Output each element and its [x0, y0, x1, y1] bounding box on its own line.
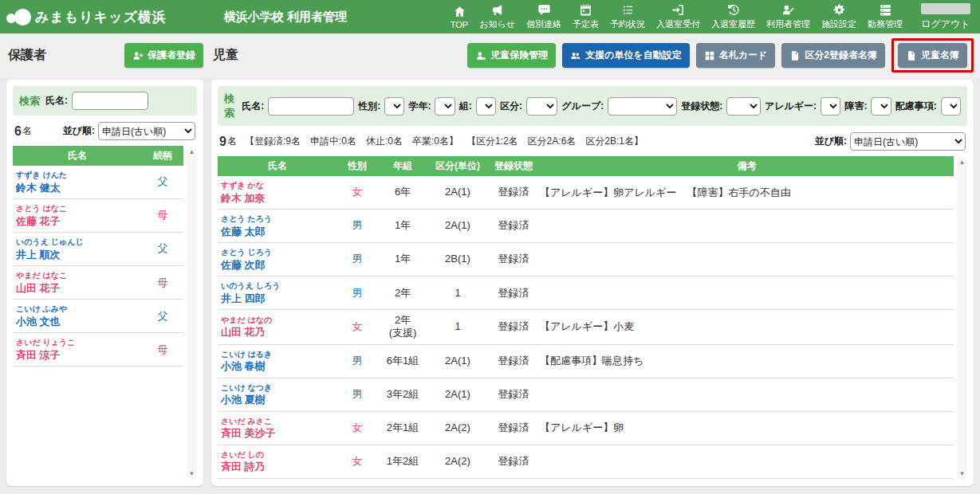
table-row[interactable]: さいだ しの 斉田 詩乃 女 1年2組 2A(2) 登録済	[218, 445, 954, 479]
nav-riyosha-kanri[interactable]: 利用者管理	[761, 0, 816, 33]
scroll-down-icon[interactable]: ▼	[959, 470, 966, 477]
nav-nyutaishitsu-uketsuke[interactable]: 入退室受付	[651, 0, 706, 33]
class-filter-select[interactable]	[476, 97, 496, 116]
consideration-filter-select[interactable]	[941, 97, 961, 116]
grade-filter-select[interactable]	[435, 97, 455, 116]
page-title: 横浜小学校 利用者管理	[224, 10, 347, 25]
kubun-filter-select[interactable]	[526, 97, 557, 116]
button-label: 児童保険管理	[490, 49, 548, 62]
server-icon	[879, 3, 892, 17]
filter-label-status: 登録状態:	[681, 100, 722, 113]
sort-label: 並び順:	[63, 124, 95, 138]
table-row[interactable]: こいけ なつき 小池 夏樹 男 3年2組 2A(1) 登録済	[218, 378, 954, 412]
nav-yoyaku-jokyo[interactable]: 予約状況	[604, 0, 651, 33]
nav-top[interactable]: TOP	[445, 0, 474, 33]
guardian-register-button[interactable]: 保護者登録	[124, 43, 203, 68]
guardian-kana: さとう はなこ	[16, 203, 142, 214]
nav-shisetsu-settei[interactable]: 施設設定	[816, 0, 862, 33]
child-name-link[interactable]: 佐藤 太郎	[221, 225, 337, 239]
child-kubun: 2A(1)	[428, 355, 487, 367]
child-status: 登録済	[487, 355, 540, 367]
button-label: 名札カード	[719, 49, 768, 62]
child-name-link[interactable]: 山田 花乃	[221, 325, 337, 339]
table-row[interactable]: さとう はなこ 佐藤 花子 母	[13, 199, 183, 233]
child-note: 【アレルギー】卵	[540, 421, 954, 435]
nav-kinmu-kanri[interactable]: 勤務管理	[862, 0, 908, 33]
child-name-link[interactable]: 鈴木 加奈	[221, 191, 337, 206]
table-row[interactable]: やまだ はなの 山田 花乃 女 2年 (支援) 1 登録済 【アレルギー】小麦	[218, 310, 954, 345]
children-panel: 検索 氏名: 性別: 学年: 組: 区分: グループ: 登録状態: アレルギー:…	[211, 80, 974, 486]
children-count: 9	[219, 135, 226, 149]
scroll-down-icon[interactable]: ▼	[189, 470, 195, 477]
guardian-name-link[interactable]: 斉田 涼子	[16, 348, 142, 363]
child-grade: 2年 (支援)	[377, 314, 428, 340]
children-table-header: 氏名 性別 年組 区分(単位) 登録状態 備考	[218, 156, 954, 176]
child-name-link[interactable]: 小池 夏樹	[221, 393, 337, 407]
disability-filter-select[interactable]	[871, 97, 891, 116]
nav-yoteihyo[interactable]: 予定表	[567, 0, 604, 33]
nav-oshirase[interactable]: お知らせ	[474, 0, 521, 33]
status-filter-select[interactable]	[726, 97, 761, 116]
child-name-link[interactable]: 井上 四郎	[221, 292, 337, 306]
auto-set-support-unit-button[interactable]: 支援の単位を自動設定	[562, 43, 690, 68]
table-row[interactable]: さとう たろう 佐藤 太郎 男 1年 2A(1) 登録済	[218, 210, 954, 243]
allergy-filter-select[interactable]	[821, 97, 840, 116]
table-row[interactable]: こいけ ふみや 小池 文也 父	[13, 300, 183, 333]
child-status: 登録済	[487, 253, 540, 265]
child-grade: 1年	[377, 219, 428, 232]
nav-nyutaishitsu-rireki[interactable]: 入退室履歴	[706, 0, 761, 33]
status-summary: 【登録済:9名 申請中:0名 休止:0名 卒業:0名】	[245, 135, 459, 148]
sex-filter-select[interactable]	[384, 97, 404, 116]
scroll-up-icon[interactable]: ▲	[189, 148, 195, 155]
group-filter-select[interactable]	[608, 97, 677, 116]
guardian-scrollbar[interactable]: ▲ ▼	[187, 146, 197, 480]
children-roster-button[interactable]: 児童名簿	[898, 43, 967, 68]
user-check-icon	[475, 50, 486, 61]
table-row[interactable]: すずき けんた 鈴木 健太 父	[13, 166, 183, 199]
guardian-kana: いのうえ じゅんじ	[16, 237, 142, 248]
guardian-sort-select[interactable]: 申請日(古い順)	[98, 122, 195, 140]
guardian-name-link[interactable]: 鈴木 健太	[16, 181, 142, 195]
blank-placeholder	[921, 3, 970, 14]
child-name-link[interactable]: 斉田 美沙子	[221, 426, 337, 441]
button-label: 区分2登録者名簿	[805, 49, 877, 62]
guardian-name-search-input[interactable]	[72, 92, 148, 110]
child-name-link[interactable]: 小池 春樹	[221, 359, 337, 374]
table-row[interactable]: さとう じろう 佐藤 次郎 男 1年 2B(1) 登録済	[218, 243, 954, 276]
child-status: 登録済	[487, 388, 540, 401]
child-kubun: 2A(2)	[428, 421, 487, 434]
filter-label-consideration: 配慮事項:	[895, 100, 937, 113]
table-row[interactable]: こいけ はるき 小池 春樹 男 6年1組 2A(1) 登録済 【配慮事項】喘息持…	[218, 345, 954, 378]
logo-text: みまもりキッズ横浜	[35, 8, 167, 26]
column-header-kubun: 区分(単位)	[428, 159, 487, 173]
children-insurance-button[interactable]: 児童保険管理	[467, 43, 556, 68]
children-table: 氏名 性別 年組 区分(単位) 登録状態 備考 すずき かな 鈴木 加奈	[218, 156, 954, 480]
guardian-kana: さいだ りょうこ	[16, 337, 142, 348]
guardian-name-link[interactable]: 山田 花子	[16, 281, 142, 296]
child-name-link[interactable]: 佐藤 次郎	[221, 258, 337, 272]
guardian-name-link[interactable]: 井上 順次	[16, 248, 142, 262]
kubun2-roster-button[interactable]: 区分2登録者名簿	[781, 43, 885, 68]
table-row[interactable]: いのうえ じゅんじ 井上 順次 父	[13, 233, 183, 266]
table-row[interactable]: いのうえ しろう 井上 四郎 男 2年 1 登録済	[218, 276, 954, 310]
guardian-name-link[interactable]: 佐藤 花子	[16, 214, 142, 229]
child-kubun: 1	[428, 287, 487, 300]
scroll-up-icon[interactable]: ▲	[959, 159, 966, 166]
nav-label: 予約状況	[610, 18, 645, 30]
button-label: 保護者登録	[148, 49, 195, 62]
table-row[interactable]: すずき かな 鈴木 加奈 女 6年 2A(1) 登録済 【アレルギー】卵アレルギ…	[218, 176, 954, 210]
child-status: 登録済	[487, 219, 540, 232]
home-icon	[453, 5, 466, 18]
nav-logout[interactable]: ログアウト	[908, 0, 980, 33]
child-name-link[interactable]: 斉田 詩乃	[221, 460, 337, 474]
children-sort-select[interactable]: 申請日(古い順)	[850, 132, 966, 151]
children-name-search-input[interactable]	[268, 97, 354, 116]
name-tag-card-button[interactable]: 名札カード	[696, 43, 776, 68]
nav-label: 入退室受付	[656, 18, 700, 30]
children-scrollbar[interactable]: ▲ ▼	[957, 156, 967, 480]
table-row[interactable]: さいだ りょうこ 斉田 涼子 母	[13, 333, 183, 367]
guardian-name-link[interactable]: 小池 文也	[16, 315, 142, 329]
nav-kobetsu-renraku[interactable]: 個別連絡	[521, 0, 567, 33]
table-row[interactable]: やまだ はなこ 山田 花子 母	[13, 266, 183, 300]
table-row[interactable]: さいだ みさこ 斉田 美沙子 女 2年1組 2A(2) 登録済 【アレルギー】卵	[218, 412, 954, 445]
